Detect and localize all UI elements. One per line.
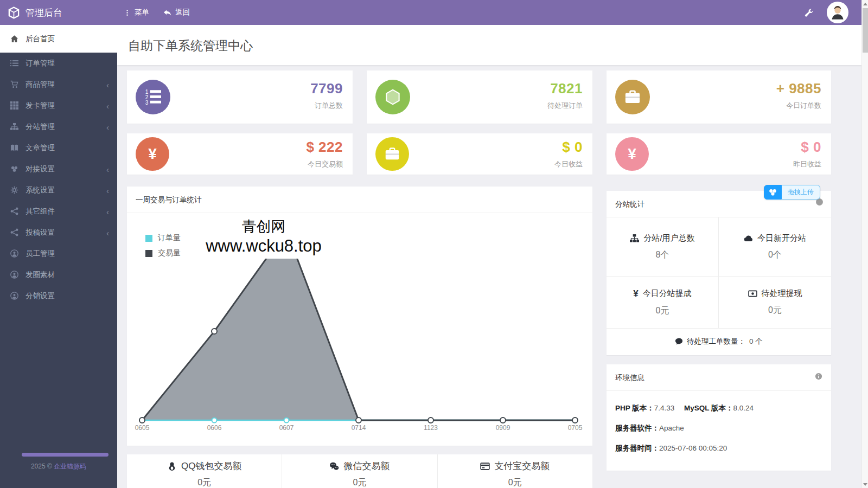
- chevron-left-icon: [106, 207, 109, 215]
- cart-icon: [10, 80, 18, 88]
- share-nodes-icon: [10, 207, 18, 215]
- sidebar-item-substations[interactable]: 分站管理: [0, 116, 117, 137]
- sidebar-item-label: 员工管理: [25, 249, 55, 259]
- yen-icon: [148, 146, 157, 162]
- sidebar-item-moments-material[interactable]: 发圈素材: [0, 264, 117, 285]
- stat-circle: [136, 80, 170, 114]
- menu-toggle-label: 菜单: [135, 8, 149, 17]
- stat-value: $ 0: [801, 139, 821, 156]
- sidebar-item-system-settings[interactable]: 系统设置: [0, 179, 117, 201]
- chevron-left-icon: [106, 228, 109, 236]
- substation-cell-new-today: 今日新开分站 0个: [719, 217, 831, 277]
- stat-card-today-profit: $ 0 今日收益: [367, 133, 592, 175]
- legend-swatch-cyan: [145, 235, 152, 242]
- sidebar-item-label: 分站管理: [25, 122, 55, 132]
- legend-item-trades[interactable]: 交易量: [145, 248, 181, 258]
- briefcase-icon: [624, 89, 641, 105]
- sidebar-item-components[interactable]: 其它组件: [0, 201, 117, 222]
- sidebar-nav: 后台首页 订单管理 商品管理 发卡管理 分站管理 文章管理 对接设置 系统设置 …: [0, 25, 117, 488]
- substation-cell-label: 待处理提现: [748, 288, 802, 299]
- watermark-overlay: 青创网 www.wcku8.top: [206, 217, 322, 256]
- wrench-settings-icon[interactable]: [805, 8, 814, 17]
- reply-arrow-icon: [163, 9, 171, 17]
- svg-text:0714: 0714: [352, 424, 366, 432]
- stat-value: + 9885: [776, 80, 821, 97]
- user-circle-icon: [10, 292, 18, 300]
- sidebar-item-cards[interactable]: 发卡管理: [0, 95, 117, 116]
- sidebar-item-label: 商品管理: [25, 80, 55, 89]
- sidebar-item-integration[interactable]: 对接设置: [0, 158, 117, 179]
- svg-text:0606: 0606: [207, 424, 222, 432]
- stat-card-today-volume: $ 222 今日交易额: [127, 133, 353, 175]
- substation-panel-title: 分站统计: [615, 200, 644, 208]
- substation-label-text: 今日新开分站: [757, 233, 806, 243]
- svg-text:0607: 0607: [279, 424, 294, 432]
- watermark-line1: 青创网: [206, 217, 322, 236]
- substation-cell-value: 8个: [656, 249, 669, 261]
- stat-circle: [375, 80, 410, 114]
- chevron-left-icon: [106, 123, 109, 131]
- sidebar-item-label: 系统设置: [25, 185, 55, 195]
- sidebar-item-home[interactable]: 后台首页: [0, 25, 117, 53]
- chart-legend: 订单量 交易量: [145, 233, 181, 264]
- chart-panel-title: 一周交易与订单统计: [127, 187, 592, 213]
- chart-canvas: 0605060606070714112309090705: [127, 214, 592, 441]
- server-time-value: 2025-07-06 00:05:20: [659, 444, 727, 452]
- substation-stats-panel: 拖拽上传 分站统计 分站/用户总数 8个 今日新开分站 0个 今日分站提成 0元: [607, 191, 831, 355]
- sidebar-item-orders[interactable]: 订单管理: [0, 53, 117, 74]
- sidebar-item-label: 对接设置: [25, 164, 55, 174]
- qq-icon: [167, 461, 177, 471]
- briefcase-icon: [385, 146, 400, 162]
- stat-label: 今日交易额: [308, 159, 343, 169]
- scrollbar-thumb[interactable]: [863, 8, 868, 53]
- sidebar-item-products[interactable]: 商品管理: [0, 74, 117, 95]
- sidebar-item-label: 投稿设置: [25, 228, 55, 237]
- substation-cell-label: 今日分站提成: [633, 288, 691, 299]
- environment-row-versions: PHP 版本：7.4.33 MySQL 版本：8.0.24: [615, 403, 822, 413]
- svg-text:0909: 0909: [496, 424, 510, 432]
- vendor-link[interactable]: 企业猫源码: [54, 463, 86, 470]
- money-bill-icon: [748, 289, 757, 298]
- user-circle-icon: [10, 249, 18, 258]
- mysql-version-value: 8.0.24: [733, 404, 754, 412]
- app-logo[interactable]: 管理后台: [0, 0, 117, 25]
- header-actions: [805, 0, 848, 25]
- stat-value: 7821: [550, 80, 583, 97]
- grid-icon: [10, 101, 18, 110]
- legend-item-orders[interactable]: 订单量: [145, 233, 181, 243]
- sidebar-item-staff[interactable]: 员工管理: [0, 243, 117, 264]
- info-icon: [815, 373, 822, 380]
- page-scrollbar[interactable]: [861, 0, 868, 488]
- home-icon: [10, 35, 18, 43]
- stat-card-yesterday-profit: $ 0 昨日收益: [607, 133, 831, 175]
- top-header: 管理后台 菜单 返回: [0, 0, 861, 25]
- drag-upload-button[interactable]: 拖拽上传: [764, 185, 820, 200]
- payment-label-text: 支付宝交易额: [494, 460, 550, 472]
- substation-cell-label: 今日新开分站: [744, 233, 806, 243]
- svg-text:0705: 0705: [568, 424, 583, 432]
- php-version-value: 7.4.33: [654, 404, 675, 412]
- sidebar-decorative-bar: [22, 453, 108, 457]
- stat-card-today-orders: + 9885 今日订单数: [607, 70, 831, 124]
- substation-grid: 分站/用户总数 8个 今日新开分站 0个 今日分站提成 0元 待处理提现 0元: [607, 217, 831, 329]
- payment-value: 0元: [282, 477, 437, 488]
- menu-toggle-button[interactable]: 菜单: [124, 8, 149, 17]
- svg-text:1123: 1123: [424, 424, 438, 432]
- scrollbar-down-button[interactable]: [862, 480, 868, 488]
- user-avatar[interactable]: [827, 2, 848, 23]
- payment-label: QQ钱包交易额: [167, 460, 241, 472]
- payment-label-text: 微信交易额: [343, 460, 390, 472]
- sidebar-item-distribution[interactable]: 分销设置: [0, 285, 117, 306]
- payment-label-text: QQ钱包交易额: [181, 460, 241, 472]
- sidebar-item-submissions[interactable]: 投稿设置: [0, 222, 117, 243]
- share-nodes-icon: [10, 228, 18, 236]
- php-version-label: PHP 版本：: [615, 404, 654, 412]
- sidebar-item-articles[interactable]: 文章管理: [0, 137, 117, 158]
- stat-value: $ 222: [306, 139, 343, 156]
- scrollbar-up-button[interactable]: [862, 0, 868, 8]
- cloud-cluster-icon: [10, 165, 18, 173]
- user-circle-icon: [10, 271, 18, 279]
- substation-cell-commission: 今日分站提成 0元: [607, 277, 719, 329]
- substation-cell-value: 0个: [768, 249, 782, 261]
- back-button[interactable]: 返回: [163, 8, 190, 17]
